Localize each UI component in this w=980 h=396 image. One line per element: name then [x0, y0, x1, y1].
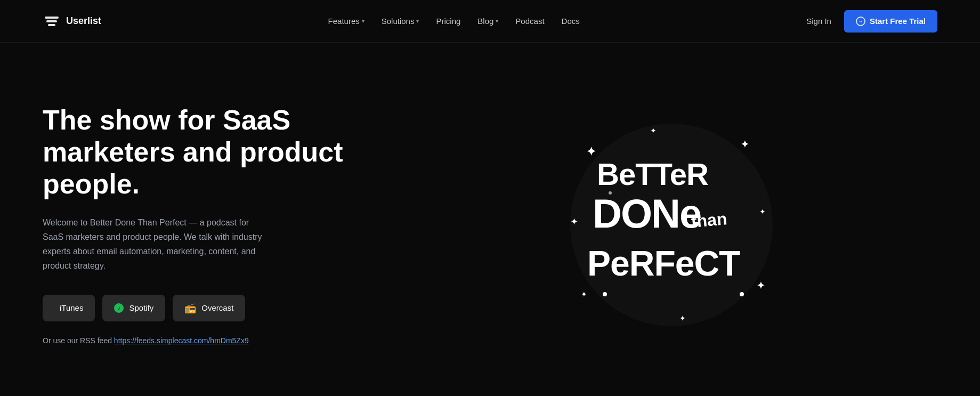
svg-text:✦: ✦	[759, 207, 766, 216]
svg-text:✦: ✦	[741, 139, 749, 150]
svg-rect-2	[48, 24, 55, 26]
nav-blog[interactable]: Blog ▾	[477, 17, 498, 26]
hero-artwork: ✦ ✦ ✦ ✦ ✦ ✦ ✦ ✦ BeTTeR DONe than PeRFeCT	[405, 113, 937, 337]
navigation: Userlist Features ▾ Solutions ▾ Pricing …	[0, 0, 980, 43]
nav-features[interactable]: Features ▾	[328, 17, 365, 26]
svg-text:DONe: DONe	[593, 191, 701, 236]
svg-point-16	[603, 292, 607, 296]
svg-point-18	[609, 191, 612, 195]
spotify-icon: ♪	[114, 303, 124, 313]
sign-in-link[interactable]: Sign In	[806, 17, 831, 26]
nav-pricing[interactable]: Pricing	[436, 17, 460, 26]
start-trial-button[interactable]: → Start Free Trial	[844, 10, 937, 33]
spotify-button[interactable]: ♪ Spotify	[102, 295, 165, 321]
bdtp-logo-artwork: ✦ ✦ ✦ ✦ ✦ ✦ ✦ ✦ BeTTeR DONe than PeRFeCT	[560, 113, 783, 337]
nav-solutions[interactable]: Solutions ▾	[382, 17, 419, 26]
trial-button-icon: →	[856, 17, 865, 26]
solutions-chevron-icon: ▾	[416, 18, 419, 24]
svg-point-17	[740, 292, 744, 296]
svg-text:✦: ✦	[581, 290, 587, 298]
overcast-icon: 📻	[184, 302, 196, 314]
podcast-buttons: iTunes ♪ Spotify 📻 Overcast	[43, 295, 405, 321]
svg-text:✦: ✦	[650, 126, 657, 135]
blog-chevron-icon: ▾	[496, 18, 498, 24]
svg-rect-0	[45, 17, 59, 19]
rss-text: Or use our RSS feed https://feeds.simple…	[43, 336, 405, 345]
hero-content: The show for SaaS marketers and product …	[43, 104, 405, 344]
svg-rect-1	[46, 20, 57, 22]
rss-link[interactable]: https://feeds.simplecast.com/hmDm5Zx9	[114, 336, 249, 345]
hero-section: The show for SaaS marketers and product …	[0, 43, 980, 396]
svg-text:BeTTeR: BeTTeR	[597, 157, 708, 191]
svg-text:PeRFeCT: PeRFeCT	[587, 244, 740, 283]
nav-podcast[interactable]: Podcast	[515, 17, 544, 26]
itunes-button[interactable]: iTunes	[43, 295, 95, 321]
svg-text:✦: ✦	[679, 314, 686, 322]
brand-name: Userlist	[66, 15, 101, 27]
hero-description: Welcome to Better Done Than Perfect — a …	[43, 215, 266, 273]
nav-docs[interactable]: Docs	[562, 17, 580, 26]
hero-title: The show for SaaS marketers and product …	[43, 104, 405, 200]
features-chevron-icon: ▾	[362, 18, 365, 24]
logo-icon	[43, 12, 61, 30]
nav-links: Features ▾ Solutions ▾ Pricing Blog ▾ Po…	[328, 17, 580, 26]
svg-text:✦: ✦	[757, 280, 765, 291]
svg-text:✦: ✦	[586, 145, 596, 158]
logo[interactable]: Userlist	[43, 12, 101, 30]
nav-right: Sign In → Start Free Trial	[806, 10, 937, 33]
svg-text:✦: ✦	[570, 216, 578, 227]
svg-text:than: than	[690, 209, 727, 231]
overcast-button[interactable]: 📻 Overcast	[173, 295, 245, 321]
